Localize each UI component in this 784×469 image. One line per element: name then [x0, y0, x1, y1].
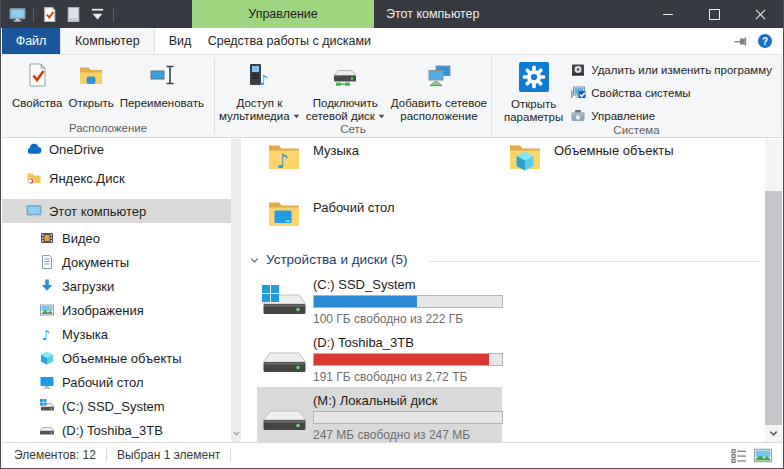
drive-tile[interactable]: (D:) Toshiba_3TB191 ГБ свободно из 2,72 …: [257, 329, 502, 385]
folder-tile-folder-desktop[interactable]: Рабочий стол: [267, 198, 511, 252]
sidebar-item-desktop[interactable]: Рабочий стол: [2, 370, 231, 394]
drive-free-space: 100 ГБ свободно из 222 ГБ: [313, 312, 502, 326]
folder-3d-icon: [508, 141, 542, 173]
button-label: Удалить или изменить программу: [591, 64, 772, 76]
disk-usage-bar: [313, 353, 503, 366]
videos-icon: [39, 230, 55, 246]
button-label: расположение: [400, 110, 477, 123]
ribbon: Свойства Открыть Переименовать Расположе…: [2, 55, 782, 138]
objects3d-icon: [39, 350, 55, 366]
group-label-system: Система: [492, 124, 781, 139]
tab-view[interactable]: Вид: [155, 28, 206, 54]
drive-name: (M:) Локальный диск: [313, 393, 502, 409]
toolbar-separator: [33, 7, 34, 22]
scroll-down-icon[interactable]: [231, 428, 241, 438]
this-pc-icon: [26, 203, 42, 219]
disk-usage-bar: [313, 295, 503, 308]
ribbon-tabs: Файл Компьютер Вид Средства работы с дис…: [2, 28, 782, 55]
sidebar-item-label: Яндекс.Диск: [49, 171, 125, 186]
large-icons-view-button[interactable]: [754, 448, 772, 463]
computer-management-button[interactable]: Управление: [570, 108, 772, 124]
group-header-rule: [429, 261, 760, 262]
folder-tile-folder-3d[interactable]: Объемные объекты: [508, 141, 752, 195]
open-settings-button[interactable]: Открыть параметры: [501, 55, 566, 124]
sidebar-item-drive[interactable]: (D:) Toshiba_3TB: [2, 418, 231, 442]
rename-button[interactable]: Переименовать: [117, 55, 207, 122]
yandex-disk-icon: [26, 170, 42, 186]
add-network-location-icon: [426, 62, 452, 88]
explorer-window: Управление Этот компьютер Файл Компьютер…: [0, 0, 784, 469]
media-access-icon: ♪: [246, 62, 272, 88]
maximize-button[interactable]: [691, 0, 737, 28]
tab-computer[interactable]: Компьютер: [60, 28, 155, 54]
button-label: Открыть: [511, 98, 556, 111]
this-pc-icon[interactable]: [9, 6, 26, 23]
sidebar-item-onedrive[interactable]: OneDrive: [2, 139, 231, 161]
system-small-buttons: Удалить или изменить программу Свойства …: [570, 55, 772, 124]
button-label: Свойства: [12, 97, 63, 110]
downloads-icon: [39, 278, 55, 294]
sidebar-item-label: (C:) SSD_System: [62, 399, 165, 414]
file-menu-button[interactable]: Файл: [2, 28, 60, 54]
minimize-icon: [663, 14, 673, 15]
sidebar-item-music[interactable]: ♪Музыка: [2, 322, 231, 346]
computer-management-icon: [570, 108, 586, 124]
sidebar-item-videos[interactable]: Видео: [2, 226, 231, 250]
media-access-button[interactable]: ♪ Доступ к мультимедиа: [216, 55, 303, 123]
folder-music-icon: ♪: [267, 141, 301, 173]
sidebar-item-documents[interactable]: Документы: [2, 250, 231, 274]
drive-icon: [39, 422, 55, 438]
disk-usage-fill: [314, 354, 489, 365]
minimize-button[interactable]: [645, 0, 691, 28]
sidebar-item-pictures[interactable]: Изображения: [2, 298, 231, 322]
folder-name: Объемные объекты: [554, 143, 674, 195]
group-label-network: Сеть: [215, 123, 491, 138]
sidebar-item-label: Документы: [62, 255, 129, 270]
folder-tile-folder-music[interactable]: ♪Музыка: [267, 141, 511, 195]
button-label: Управление: [591, 110, 655, 122]
window-controls: [645, 0, 783, 28]
folder-name: Рабочий стол: [313, 200, 395, 252]
uninstall-program-icon: [570, 62, 586, 78]
sidebar-item-drive-system[interactable]: (C:) SSD_System: [2, 394, 231, 418]
collapse-group-icon[interactable]: [249, 255, 260, 266]
navigation-scrollbar[interactable]: [231, 139, 241, 442]
properties-button[interactable]: Свойства: [9, 55, 66, 122]
new-item-icon[interactable]: [65, 6, 82, 23]
map-network-drive-icon: [332, 62, 358, 88]
map-network-drive-button[interactable]: Подключить сетевой диск: [303, 55, 388, 123]
sidebar-item-this-pc[interactable]: Этот компьютер: [2, 199, 231, 223]
properties-icon[interactable]: [41, 6, 58, 23]
pictures-icon: [39, 302, 55, 318]
pin-ribbon-icon[interactable]: [732, 33, 748, 49]
dropdown-arrow-icon: [293, 114, 300, 119]
button-label: Добавить сетевое: [391, 97, 487, 110]
close-button[interactable]: [737, 0, 783, 28]
tab-drive-tools[interactable]: Средства работы с дисками: [205, 28, 373, 54]
sidebar-item-downloads[interactable]: Загрузки: [2, 274, 231, 298]
button-label: Подключить: [313, 97, 378, 110]
drive-tile[interactable]: (M:) Локальный диск247 МБ свободно из 24…: [257, 387, 502, 443]
statusbar: Элементов: 12 Выбран 1 элемент: [2, 442, 782, 467]
sidebar-item-objects3d[interactable]: Объемные объекты: [2, 346, 231, 370]
contextual-tab-manage[interactable]: Управление: [192, 0, 374, 28]
drive-tile[interactable]: (C:) SSD_System100 ГБ свободно из 222 ГБ: [257, 271, 502, 327]
group-header-label[interactable]: Устройства и диски (5): [266, 252, 408, 267]
open-folder-icon: [78, 62, 104, 88]
system-properties-button[interactable]: Свойства системы: [570, 85, 772, 101]
add-network-location-button[interactable]: Добавить сетевое расположение: [388, 55, 490, 123]
status-separator: [230, 448, 231, 462]
scrollbar-thumb[interactable]: [765, 191, 782, 431]
vertical-scrollbar[interactable]: [765, 139, 782, 442]
sidebar-item-label: Объемные объекты: [62, 351, 182, 366]
scroll-down-button[interactable]: [765, 425, 782, 441]
customize-toolbar-chevron-icon[interactable]: [89, 6, 106, 23]
button-label: Открыть: [69, 97, 114, 110]
open-button[interactable]: Открыть: [66, 55, 117, 122]
uninstall-program-button[interactable]: Удалить или изменить программу: [570, 62, 772, 78]
details-view-button[interactable]: [730, 448, 748, 463]
help-icon[interactable]: ?: [757, 33, 773, 49]
group-header-devices[interactable]: Устройства и диски (5): [241, 251, 768, 271]
desktop-icon: [39, 374, 55, 390]
sidebar-item-yandex-disk[interactable]: Яндекс.Диск: [2, 166, 231, 190]
